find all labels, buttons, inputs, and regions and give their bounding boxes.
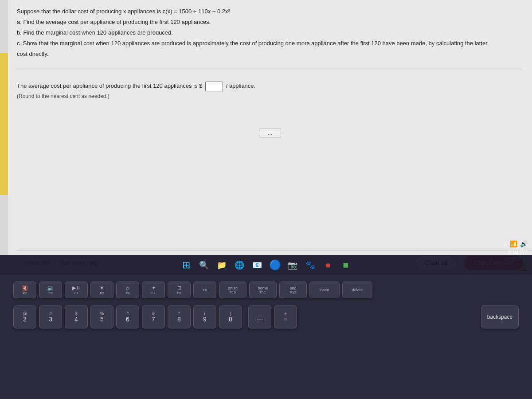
answer-note: (Round to the nearest cent as needed.) (17, 93, 110, 99)
key-delete[interactable]: delete (342, 282, 372, 298)
key-f10[interactable]: prt sc F10 (219, 282, 246, 298)
app-icon-3[interactable]: ■ (339, 258, 353, 272)
key-f4[interactable]: ▶⏸ F4 (65, 282, 88, 298)
answer-suffix: / appliance. (226, 83, 256, 90)
answer-prefix: The average cost per appliance of produc… (17, 83, 202, 90)
browser-icon[interactable]: 🌐 (232, 258, 246, 272)
backspace-label: backspace (487, 314, 512, 320)
fn-key-row: 🔇 F2 🔉 F3 ▶⏸ F4 ☀ F5 ☼ F6 ✦ F7 ⊡ F8 F9 (0, 275, 532, 302)
number-row: @ 2 # 3 $ 4 % 5 ^ 6 & 7 * 8 ( 9 (0, 305, 532, 329)
problem-line5: cost directly. (17, 49, 523, 59)
key-7[interactable]: & 7 (142, 305, 165, 329)
problem-line2: a. Find the average cost per appliance o… (17, 17, 523, 27)
problem-line3: b. Find the marginal cost when 120 appli… (17, 28, 523, 38)
app-icon-2[interactable]: ● (321, 258, 335, 272)
camera-icon[interactable]: 📷 (286, 258, 300, 272)
key-f12[interactable]: end F12 (279, 282, 307, 298)
key-4[interactable]: $ 4 (65, 305, 88, 329)
teams-icon[interactable]: 🔵 (268, 258, 282, 272)
left-accent-tab (0, 53, 8, 195)
key-6[interactable]: ^ 6 (116, 305, 139, 329)
problem-text: Suppose that the dollar cost of producin… (17, 7, 523, 59)
key-f2[interactable]: 🔇 F2 (13, 282, 36, 298)
search-taskbar-icon[interactable]: 🔍 (197, 258, 211, 272)
key-f5[interactable]: ☀ F5 (90, 282, 113, 298)
key-dash[interactable]: _ — (248, 305, 271, 329)
separator (17, 68, 523, 68)
problem-line1: Suppose that the dollar cost of producin… (17, 7, 523, 16)
key-f11[interactable]: home F11 (249, 282, 277, 298)
answer-input-box[interactable] (205, 82, 223, 91)
tray-icons-row: ∧ 📶 🔊 (504, 240, 528, 247)
caret-icon[interactable]: ∧ (504, 241, 507, 247)
keyboard-section: 🔇 F2 🔉 F3 ▶⏸ F4 ☀ F5 ☼ F6 ✦ F7 ⊡ F8 F9 (0, 275, 532, 399)
speaker-icon[interactable]: 🔊 (520, 240, 528, 247)
key-insert[interactable]: insert (309, 282, 340, 298)
key-f8[interactable]: ⊡ F8 (168, 282, 191, 298)
key-0[interactable]: ) 0 (219, 305, 242, 329)
windows-start-icon[interactable]: ⊞ (179, 258, 193, 272)
wifi-icon[interactable]: 📶 (510, 240, 517, 247)
key-f9[interactable]: F9 (193, 282, 216, 298)
file-explorer-icon[interactable]: 📁 (215, 258, 229, 272)
key-9[interactable]: ( 9 (193, 305, 216, 329)
content-area: Suppose that the dollar cost of producin… (8, 0, 532, 275)
key-5[interactable]: % 5 (90, 305, 113, 329)
key-f6[interactable]: ☼ F6 (116, 282, 139, 298)
screen-area: Suppose that the dollar cost of producin… (0, 0, 532, 275)
mail-icon[interactable]: 📧 (250, 258, 264, 272)
key-8[interactable]: * 8 (168, 305, 191, 329)
key-f3[interactable]: 🔉 F3 (39, 282, 62, 298)
key-2[interactable]: @ 2 (13, 305, 36, 329)
key-plus[interactable]: + = (274, 305, 297, 329)
app-icon-1[interactable]: 🐾 (303, 258, 317, 272)
key-3[interactable]: # 3 (39, 305, 62, 329)
problem-line4: c. Show that the marginal cost when 120 … (17, 39, 523, 48)
backspace-key[interactable]: backspace (481, 305, 519, 329)
dots-button[interactable]: ... (259, 129, 281, 137)
key-f7[interactable]: ✦ F7 (142, 282, 165, 298)
answer-line: The average cost per appliance of produc… (17, 82, 523, 99)
taskbar: ⊞ 🔍 📁 🌐 📧 🔵 📷 🐾 ● ■ (0, 255, 532, 275)
